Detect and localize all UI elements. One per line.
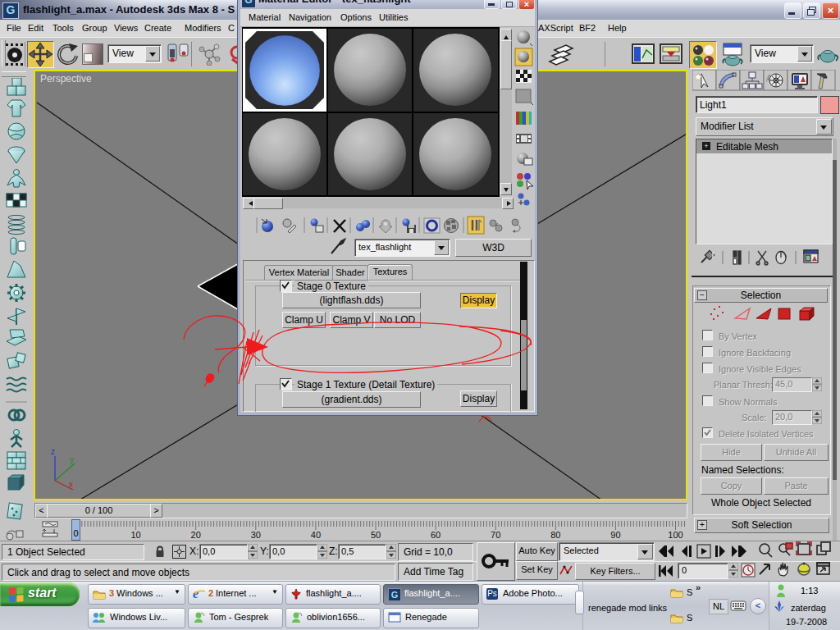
- svg-text:30: 30: [251, 530, 261, 540]
- svg-text:z: z: [51, 447, 55, 456]
- svg-text:10: 10: [130, 530, 140, 540]
- svg-text:60: 60: [431, 530, 441, 540]
- svg-text:70: 70: [491, 530, 500, 540]
- svg-text:90: 90: [610, 530, 620, 540]
- svg-text:40: 40: [311, 530, 321, 540]
- svg-text:e: e: [193, 587, 199, 600]
- svg-text:100: 100: [668, 530, 682, 540]
- svg-text:20: 20: [191, 530, 201, 540]
- svg-text:x: x: [69, 480, 73, 489]
- svg-text:y: y: [70, 455, 74, 464]
- svg-text:50: 50: [371, 530, 381, 540]
- svg-text:80: 80: [550, 530, 560, 540]
